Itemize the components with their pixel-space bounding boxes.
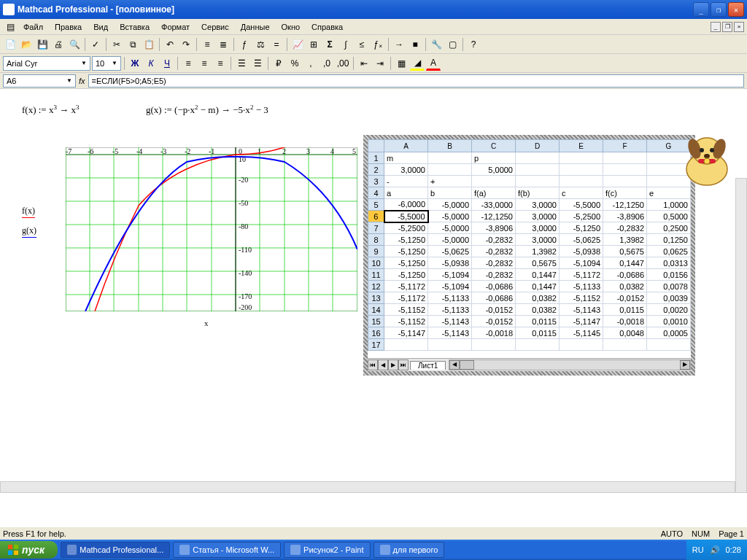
menu-Сервис[interactable]: Сервис bbox=[196, 21, 235, 33]
formula-input[interactable]: =ЕСЛИ(F5>0;A5;E5) bbox=[88, 74, 744, 88]
units-icon[interactable]: ⚖ bbox=[253, 37, 268, 52]
excel-embed[interactable]: ABCDEFG 1mp23,00005,00003-+4abf(a)f(b)cf… bbox=[363, 135, 695, 376]
print-icon[interactable]: 🖨 bbox=[51, 37, 66, 52]
doc-minimize-button[interactable]: _ bbox=[711, 22, 721, 32]
table-row[interactable]: 6-5,5000-5,0000-12,12503,0000-5,2500-3,8… bbox=[368, 211, 691, 222]
table-row[interactable]: 7-5,2500-5,0000-3,89063,0000-5,1250-0,28… bbox=[368, 222, 691, 234]
table-row[interactable]: 1mp bbox=[368, 152, 691, 164]
tray-clock[interactable]: 0:28 bbox=[726, 545, 741, 554]
table-row[interactable]: 10-5,1250-5,0938-0,28320,5675-5,10940,14… bbox=[368, 257, 691, 269]
table-row[interactable]: 23,00005,0000 bbox=[368, 164, 691, 176]
taskbar-item[interactable]: Рисунок2 - Paint bbox=[284, 542, 370, 558]
size-combo[interactable]: 10▼ bbox=[92, 56, 121, 71]
horizontal-scrollbar[interactable] bbox=[0, 481, 735, 493]
table-row[interactable]: 12-5,1172-5,1094-0,06860,1447-5,11330,03… bbox=[368, 281, 691, 292]
table-row[interactable]: 14-5,1152-5,1133-0,01520,0382-5,11430,01… bbox=[368, 304, 691, 316]
region-icon[interactable]: ▢ bbox=[445, 37, 460, 52]
excel-table[interactable]: ABCDEFG 1mp23,00005,00003-+4abf(a)f(b)cf… bbox=[368, 139, 691, 351]
table-row[interactable]: 16-5,1147-5,1143-0,00180,0115-5,11450,00… bbox=[368, 327, 691, 339]
preview-icon[interactable]: 🔍 bbox=[67, 37, 82, 52]
start-button[interactable]: пуск bbox=[0, 541, 58, 559]
vertical-scrollbar[interactable] bbox=[735, 178, 747, 493]
table-row[interactable]: 3-+ bbox=[368, 176, 691, 187]
indent-inc-icon[interactable]: ⇥ bbox=[373, 56, 387, 71]
redo-icon[interactable]: ↷ bbox=[179, 37, 193, 52]
align-right-icon[interactable]: ≡ bbox=[213, 56, 228, 71]
font-combo[interactable]: Arial Cyr▼ bbox=[3, 56, 90, 71]
sheet-tab[interactable]: Лист1 bbox=[410, 361, 446, 370]
menu-Вставка[interactable]: Вставка bbox=[114, 21, 155, 33]
undo-icon[interactable]: ↶ bbox=[163, 37, 177, 52]
table-row[interactable]: 9-5,1250-5,0625-0,28321,3982-5,09380,567… bbox=[368, 246, 691, 257]
tab-prev-icon[interactable]: ◀ bbox=[378, 359, 388, 370]
menu-Формат[interactable]: Формат bbox=[155, 21, 196, 33]
numbering-icon[interactable]: ☰ bbox=[250, 56, 265, 71]
paste-icon[interactable]: 📋 bbox=[142, 37, 156, 52]
assistant-dog-icon[interactable] bbox=[674, 125, 740, 191]
table-row[interactable]: 17 bbox=[368, 339, 691, 351]
calc-icon[interactable]: = bbox=[269, 37, 284, 52]
col-B[interactable]: B bbox=[428, 140, 472, 152]
minimize-button[interactable]: _ bbox=[693, 2, 709, 17]
cell-reference-box[interactable]: A6▼ bbox=[3, 74, 76, 88]
menu-Данные[interactable]: Данные bbox=[235, 21, 276, 33]
save-icon[interactable]: 💾 bbox=[35, 37, 50, 52]
new-icon[interactable]: 📄 bbox=[3, 37, 18, 52]
dec-inc-icon[interactable]: ,0 bbox=[320, 56, 334, 71]
indent-dec-icon[interactable]: ⇤ bbox=[357, 56, 371, 71]
table-row[interactable]: 8-5,1250-5,0000-0,28323,0000-5,06251,398… bbox=[368, 234, 691, 246]
graph-icon[interactable]: 📈 bbox=[290, 37, 305, 52]
spellcheck-icon[interactable]: ✓ bbox=[88, 37, 103, 52]
col-C[interactable]: C bbox=[472, 140, 516, 152]
tab-first-icon[interactable]: ⏮ bbox=[368, 359, 378, 370]
underline-icon[interactable]: Ч bbox=[160, 56, 174, 71]
comma-icon[interactable]: , bbox=[303, 56, 318, 71]
system-tray[interactable]: RU 🔊 0:28 bbox=[686, 540, 747, 560]
doc-restore-button[interactable]: ❐ bbox=[722, 22, 732, 32]
component-icon[interactable]: 🔧 bbox=[429, 37, 444, 52]
bullets-icon[interactable]: ☰ bbox=[234, 56, 249, 71]
excel-hscroll[interactable]: ◀ ▶ bbox=[449, 359, 691, 370]
tab-last-icon[interactable]: ⏭ bbox=[398, 359, 409, 370]
close-button[interactable]: ✕ bbox=[728, 2, 744, 17]
table-row[interactable]: 13-5,1172-5,1133-0,06860,0382-5,1152-0,0… bbox=[368, 292, 691, 304]
menu-Правка[interactable]: Правка bbox=[49, 21, 88, 33]
table-row[interactable]: 4abf(a)f(b)cf(c)e bbox=[368, 187, 691, 199]
fill-color-icon[interactable]: ◢ bbox=[410, 56, 425, 71]
tab-next-icon[interactable]: ▶ bbox=[388, 359, 398, 370]
align-icon[interactable]: ≡ bbox=[200, 37, 214, 52]
font-color-icon[interactable]: A bbox=[426, 56, 441, 71]
taskbar-item[interactable]: для первого bbox=[374, 542, 445, 558]
symbolic-icon[interactable]: ■ bbox=[408, 37, 422, 52]
percent-icon[interactable]: % bbox=[287, 56, 302, 71]
menu-Окно[interactable]: Окно bbox=[276, 21, 306, 33]
fx2-icon[interactable]: ƒₓ bbox=[371, 37, 385, 52]
tray-lang[interactable]: RU bbox=[692, 545, 704, 554]
doc-close-button[interactable]: × bbox=[734, 22, 744, 32]
align2-icon[interactable]: ≣ bbox=[216, 37, 231, 52]
taskbar-item[interactable]: Mathcad Professional... bbox=[61, 542, 170, 558]
col-D[interactable]: D bbox=[516, 140, 560, 152]
help-icon[interactable]: ? bbox=[466, 37, 481, 52]
align-left-icon[interactable]: ≡ bbox=[181, 56, 196, 71]
copy-icon[interactable]: ⧉ bbox=[125, 37, 140, 52]
fx-icon[interactable]: ƒ bbox=[237, 37, 252, 52]
equation-f[interactable]: f(x) := x3 → x3 bbox=[22, 104, 79, 116]
taskbar-item[interactable]: Статья - Microsoft W... bbox=[173, 542, 281, 558]
col-F[interactable]: F bbox=[603, 140, 647, 152]
bold-icon[interactable]: Ж bbox=[128, 56, 142, 71]
menu-Справка[interactable]: Справка bbox=[306, 21, 349, 33]
menu-Вид[interactable]: Вид bbox=[88, 21, 114, 33]
col-A[interactable]: A bbox=[384, 140, 428, 152]
cut-icon[interactable]: ✂ bbox=[109, 37, 124, 52]
currency-icon[interactable]: ₽ bbox=[271, 56, 286, 71]
table-row[interactable]: 11-5,1250-5,1094-0,28320,1447-5,1172-0,0… bbox=[368, 269, 691, 281]
integral-icon[interactable]: ∫ bbox=[338, 37, 353, 52]
eval-icon[interactable]: → bbox=[392, 37, 406, 52]
table-row[interactable]: 15-5,1152-5,1143-0,01520,0115-5,1147-0,0… bbox=[368, 316, 691, 327]
maximize-button[interactable]: ❐ bbox=[711, 2, 727, 17]
tray-volume-icon[interactable]: 🔊 bbox=[710, 545, 720, 555]
col-E[interactable]: E bbox=[560, 140, 603, 152]
borders-icon[interactable]: ▦ bbox=[394, 56, 409, 71]
matrix-icon[interactable]: ⊞ bbox=[306, 37, 321, 52]
